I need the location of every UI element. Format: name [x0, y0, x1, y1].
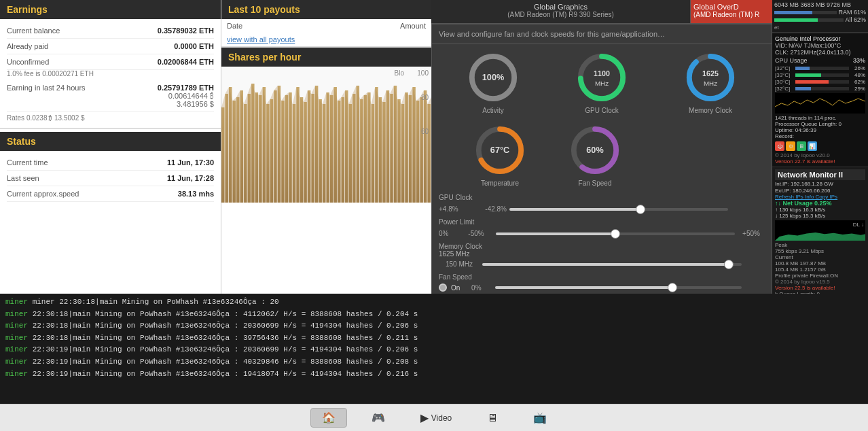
- gauge-gpu-clock: 1100 MHz GPU Clock: [568, 51, 636, 114]
- gpu-right-subtitle: (AMD Radeon (TM) R: [693, 11, 770, 18]
- shares-chart: 100 80 60 Blo: [221, 67, 431, 203]
- gear-icon[interactable]: ⚙: [786, 141, 795, 151]
- log-line-6: miner 22:30:19|main Mining on PoWhash #1…: [5, 368, 863, 381]
- cpu-bars: [32°C] 26% [33°C] 48% [30°C] 62% [32°C]: [775, 65, 865, 92]
- svg-text:1625: 1625: [702, 69, 719, 77]
- all-bar-row: All 62%: [774, 16, 866, 23]
- net-current: Current 100.8 MB 197.87 MB 105.4 MB 1.21…: [775, 254, 865, 273]
- monitor-btn-icon: 🖥: [487, 412, 498, 424]
- overlay-desc: View and configure fan and clock speeds …: [432, 24, 772, 44]
- cpu-bar-2: [30°C] 62%: [775, 79, 865, 85]
- chart-y80: 80: [421, 94, 429, 101]
- unconfirmed-label: Unconfirmed: [7, 58, 49, 66]
- net-ips: Int.IP: 192.168.1.28 GW: [775, 180, 865, 188]
- gauge-fan-speed: 60% Fan Speed: [561, 124, 629, 187]
- gpu-main-title: Global Graphics: [434, 3, 687, 11]
- gpu-subtitle: (AMD Radeon (TM) R9 390 Series): [434, 11, 687, 18]
- gauge-row-2: 67°C Temperature 60% Fan Speed: [432, 117, 772, 190]
- balance-label: Current balance: [7, 27, 60, 35]
- vram-bar-fill: [774, 11, 812, 14]
- svg-text:1100: 1100: [594, 69, 610, 77]
- date-col-header: Date: [227, 22, 242, 30]
- current-val: 100.8 MB 197.87 MB: [775, 260, 865, 266]
- gauge-memory-clock: 1625 MHz Memory Clock: [676, 51, 744, 114]
- fan-speed-slider-label: Fan Speed: [439, 273, 765, 281]
- all-bar-fill: [774, 18, 818, 22]
- net-usage-label: ↑↓ Net Usage 0.25%: [775, 200, 865, 207]
- vram-bar-bg: [774, 11, 837, 14]
- current-time-value: 11 Jun, 17:30: [167, 158, 214, 167]
- uptime: Uptime: 04:36:39: [775, 127, 865, 133]
- queue-net: k Queue Length: 0: [775, 291, 865, 294]
- gpu-clock-slider-label: GPU Clock: [439, 194, 765, 201]
- monitor-icon[interactable]: 🖥: [797, 141, 806, 151]
- gauge-memory-clock-label: Memory Clock: [689, 107, 732, 114]
- power-icon[interactable]: ⏻: [775, 141, 784, 151]
- taskbar-gamepad-btn[interactable]: 🎮: [361, 409, 396, 427]
- log-line-0: miner miner 22:30:18|main Mining on PoWh…: [5, 296, 863, 309]
- gpu-clock-track[interactable]: [509, 208, 728, 211]
- fan-toggle[interactable]: On: [439, 283, 460, 292]
- net-down: ↓ 125 kbps 15.3 kB/s: [775, 213, 865, 219]
- net-refresh[interactable]: Refresh IPs Info Copy IPs: [775, 194, 865, 200]
- version2: © 2014 by Iqooo v19.5: [775, 279, 865, 285]
- payouts-header: Date Amount: [221, 19, 431, 33]
- right-side-panels: 6043 MB 3683 MB 9726 MB RAM 61% All 62% …: [772, 0, 868, 294]
- gpu-right-title: Global OverD: [693, 3, 770, 11]
- miner-log: miner miner 22:30:18|main Mining on PoWh…: [0, 294, 868, 404]
- net-peak: Peak 755 kbps 3.21 Mbps: [775, 242, 865, 254]
- status-last-seen: Last seen 11 Jun, 17:28: [7, 171, 214, 186]
- log-line-1: miner 22:30:18|main Mining on PoWhash #1…: [5, 309, 863, 321]
- cpu-info: VID: N/AV TJMax:100°C: [775, 42, 865, 49]
- gpu-top-bar: Global Graphics (AMD Radeon (TM) R9 390 …: [431, 0, 772, 24]
- net-graph-line: [775, 230, 865, 241]
- gpu-clock-change: +4.8%: [439, 205, 473, 213]
- cpu-clk: CLK: 2712MHz(24.0x113.0): [775, 49, 865, 56]
- chart-y60: 60: [421, 128, 429, 135]
- gauge-row-1: 100% Activity 1100 MHz GPU Clock 1625: [432, 44, 772, 117]
- tv-icon: 📺: [533, 411, 547, 424]
- log-line-5: miner 22:30:19|main Mining on PoWhash #1…: [5, 356, 863, 368]
- mem-clock-slider-label: Memory Clock 1625 MHz: [439, 243, 765, 258]
- all-bar-bg: [774, 18, 844, 22]
- status-table: Current time 11 Jun, 17:30 Last seen 11 …: [0, 151, 221, 206]
- cpu-panel: Genuine Intel Processor VID: N/AV TJMax:…: [772, 33, 868, 167]
- fan-speed-slider-row: On 0%: [439, 283, 765, 292]
- gauge-temp-svg: 67°C: [473, 124, 526, 177]
- taskbar-monitor-btn[interactable]: 🖥: [476, 409, 509, 427]
- taskbar-tv-btn[interactable]: 📺: [522, 409, 558, 427]
- earnings-row-24h: Earning in last 24 hours 0.25791789 ETH …: [7, 80, 214, 112]
- earnings-row-balance: Current balance 0.35789032 ETH: [7, 23, 214, 39]
- cpu-title: Genuine Intel Processor: [775, 35, 865, 42]
- cpu-bar-0: [32°C] 26%: [775, 65, 865, 71]
- speed-value: 38.13 mhs: [178, 190, 214, 198]
- mem-clock-track[interactable]: [482, 263, 742, 266]
- gauge-activity: 100% Activity: [459, 51, 527, 114]
- taskbar-video-btn[interactable]: ▶ Video: [410, 409, 463, 427]
- version-label: © 2014 by Iqooo v20.0: [775, 152, 865, 158]
- chart-icon[interactable]: 📊: [808, 141, 817, 151]
- power-limit-slider-row: 0% -50% +50%: [439, 230, 765, 237]
- status-section: Status Current time 11 Jun, 17:30 Last s…: [0, 128, 221, 206]
- balance-value: 0.35789032 ETH: [158, 27, 214, 35]
- fan-speed-track[interactable]: [495, 286, 742, 289]
- unconfirmed-value: 0.02006844 ETH: [158, 58, 214, 66]
- log-line-3: miner 22:30:18|main Mining on PoWhash #1…: [5, 332, 863, 345]
- home-icon: 🏠: [322, 411, 336, 424]
- taskbar-home-btn[interactable]: 🏠: [310, 408, 347, 428]
- gpu-overlay-panel: View and configure fan and clock speeds …: [431, 24, 772, 294]
- power-limit-track[interactable]: [496, 232, 735, 235]
- ram-pct: RAM 61%: [838, 9, 866, 16]
- taskbar: 🏠 🎮 ▶ Video 🖥 📺: [0, 404, 868, 431]
- version2-note: Version 22.5 is available!: [775, 285, 865, 291]
- gauge-temp-label: Temperature: [481, 179, 519, 187]
- gpu-title-right: Global OverD (AMD Radeon (TM) R: [691, 0, 772, 23]
- chart-block-label: Blo: [395, 69, 404, 77]
- gamepad-icon: 🎮: [372, 411, 385, 424]
- gauge-gpu-clock-label: GPU Clock: [585, 107, 618, 114]
- earning-24h-eth: 0.25791789 ETH 0.00614644 ₿ 3.481956 $: [158, 84, 214, 108]
- firewall-profile: Profile:private Firewall:ON: [775, 273, 865, 279]
- current-time-label: Current time: [7, 158, 48, 167]
- view-all-link[interactable]: view with all payouts: [221, 33, 431, 46]
- icon-row: ⏻ ⚙ 🖥 📊: [775, 141, 865, 151]
